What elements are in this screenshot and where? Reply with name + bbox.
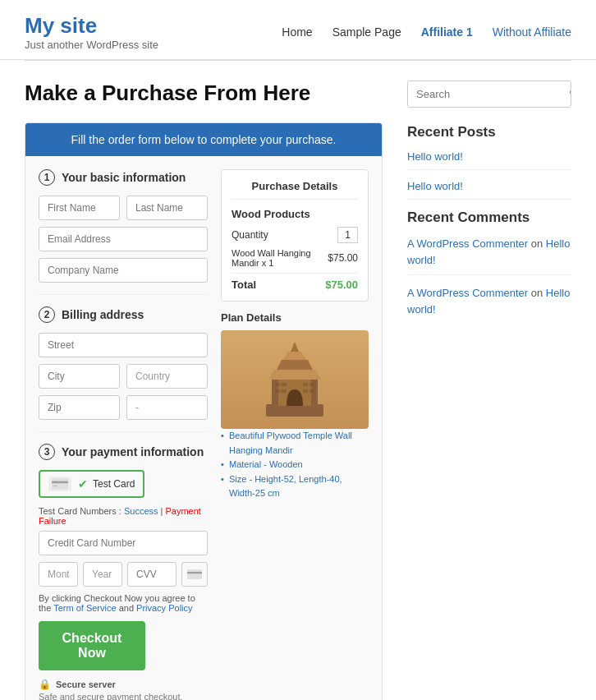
- total-label: Total: [232, 279, 256, 291]
- card-expiry-row: Month Year: [39, 562, 208, 587]
- page-title: Make a Purchase From Here: [25, 81, 383, 106]
- form-right-panel: Purchase Details Wood Products Quantity …: [221, 169, 369, 700]
- section1-num: 1: [39, 169, 55, 186]
- plan-details-section: Plan Details: [221, 311, 369, 501]
- payment-method-badge[interactable]: ✔ Test Card: [39, 470, 144, 498]
- year-select[interactable]: Year: [83, 562, 122, 587]
- section1-divider: [39, 294, 208, 295]
- cc-number-input[interactable]: [39, 531, 208, 555]
- left-column: Make a Purchase From Here Fill the order…: [25, 81, 383, 700]
- secure-label: Secure server: [56, 679, 116, 689]
- search-button[interactable]: [562, 81, 571, 107]
- test-card-numbers: Test Card Numbers : Success | Payment Fa…: [39, 506, 208, 526]
- svg-rect-16: [309, 383, 314, 386]
- recent-post-2[interactable]: Hello world!: [407, 180, 571, 192]
- city-input[interactable]: [39, 364, 120, 389]
- name-row: [39, 196, 208, 220]
- search-box: [407, 81, 571, 108]
- month-select[interactable]: Month: [39, 562, 78, 587]
- temple-image: [221, 330, 369, 429]
- zip-input[interactable]: [39, 395, 120, 420]
- svg-rect-13: [275, 383, 280, 386]
- email-row: [39, 227, 208, 251]
- form-body: 1 Your basic information: [25, 156, 382, 700]
- purchase-form-container: Fill the order form below to complete yo…: [25, 122, 383, 700]
- recent-posts-title: Recent Posts: [407, 124, 571, 140]
- comment1-on: on: [531, 237, 546, 250]
- svg-marker-12: [291, 342, 299, 352]
- svg-rect-5: [266, 404, 323, 417]
- comment-1: A WordPress Commenter on Hello world!: [407, 236, 571, 268]
- checkout-button[interactable]: Checkout Now: [39, 621, 145, 670]
- plan-feature-3: Size - Height-52, Length-40, Width-25 cm: [221, 472, 369, 501]
- svg-marker-9: [268, 370, 321, 380]
- recent-post-1[interactable]: Hello world!: [407, 150, 571, 163]
- item-name: Wood Wall Hanging Mandir x 1: [232, 248, 328, 268]
- svg-rect-17: [275, 389, 280, 393]
- svg-marker-10: [277, 360, 313, 370]
- purchase-details-title: Purchase Details: [232, 180, 358, 200]
- card-icon: [48, 477, 71, 491]
- section1-header: 1 Your basic information: [39, 169, 208, 186]
- email-input[interactable]: [39, 227, 208, 251]
- section3-header: 3 Your payment information: [39, 444, 208, 460]
- sidebar: Recent Posts Hello world! Hello world! R…: [407, 81, 571, 700]
- comment2-author[interactable]: A WordPress Commenter: [407, 287, 528, 299]
- first-name-input[interactable]: [39, 196, 120, 220]
- post-divider-2: [407, 199, 571, 200]
- cc-number-row: [39, 531, 208, 555]
- svg-rect-20: [309, 389, 314, 393]
- test-card-success-link[interactable]: Success: [124, 506, 158, 516]
- zip-select[interactable]: -: [126, 395, 208, 420]
- city-country-row: Country: [39, 364, 208, 389]
- company-input[interactable]: [39, 258, 208, 283]
- form-header: Fill the order form below to complete yo…: [25, 123, 382, 156]
- svg-rect-15: [303, 383, 308, 386]
- quantity-value: 1: [337, 227, 358, 243]
- purchase-details-panel: Purchase Details Wood Products Quantity …: [221, 169, 369, 302]
- svg-rect-18: [282, 389, 287, 393]
- comment1-author[interactable]: A WordPress Commenter: [407, 237, 528, 250]
- nav-home[interactable]: Home: [282, 25, 312, 39]
- test-card-label: Test Card Numbers :: [39, 506, 121, 516]
- main-content: Make a Purchase From Here Fill the order…: [0, 61, 596, 700]
- cvv-input[interactable]: [127, 562, 177, 587]
- plan-features-list: Beautiful Plywood Temple Wall Hanging Ma…: [221, 429, 369, 501]
- last-name-input[interactable]: [126, 196, 208, 220]
- nav-without-affiliate[interactable]: Without Affiliate: [493, 25, 571, 39]
- svg-rect-14: [282, 383, 287, 386]
- lock-icon: 🔒: [39, 679, 51, 690]
- nav-affiliate1[interactable]: Affiliate 1: [421, 25, 473, 39]
- svg-rect-2: [53, 486, 57, 487]
- country-select[interactable]: Country: [126, 364, 208, 389]
- section3-label: Your payment information: [62, 445, 204, 458]
- total-row: Total $75.00: [232, 273, 358, 291]
- post-divider-1: [407, 169, 571, 170]
- terms-text: By clicking Checkout Now you agree to th…: [39, 593, 208, 613]
- plan-feature-2: Material - Wooden: [221, 458, 369, 472]
- nav-sample-page[interactable]: Sample Page: [332, 25, 401, 39]
- terms-link2[interactable]: Privacy Policy: [136, 603, 192, 613]
- svg-rect-3: [187, 569, 202, 579]
- total-price: $75.00: [325, 279, 358, 291]
- comment-2: A WordPress Commenter on Hello world!: [407, 285, 571, 317]
- section1-label: Your basic information: [62, 171, 186, 184]
- company-row: [39, 258, 208, 283]
- plan-details-title: Plan Details: [221, 311, 369, 324]
- zip-row: -: [39, 395, 208, 420]
- main-nav: Home Sample Page Affiliate 1 Without Aff…: [282, 25, 571, 39]
- site-header: My site Just another WordPress site Home…: [0, 0, 596, 60]
- comment-divider-1: [407, 274, 571, 275]
- site-branding: My site Just another WordPress site: [25, 13, 158, 51]
- site-tagline: Just another WordPress site: [25, 39, 158, 51]
- site-name: My site: [25, 13, 158, 39]
- street-input[interactable]: [39, 333, 208, 357]
- item-price: $75.00: [328, 252, 358, 264]
- comment2-on: on: [531, 287, 546, 299]
- check-badge-icon: ✔: [78, 477, 88, 490]
- search-input[interactable]: [408, 81, 562, 107]
- terms-link1[interactable]: Term of Service: [53, 603, 116, 613]
- section2-header: 2 Billing address: [39, 306, 208, 323]
- section2-num: 2: [39, 306, 55, 323]
- secure-sub-text: Safe and secure payment checkout.: [39, 692, 208, 700]
